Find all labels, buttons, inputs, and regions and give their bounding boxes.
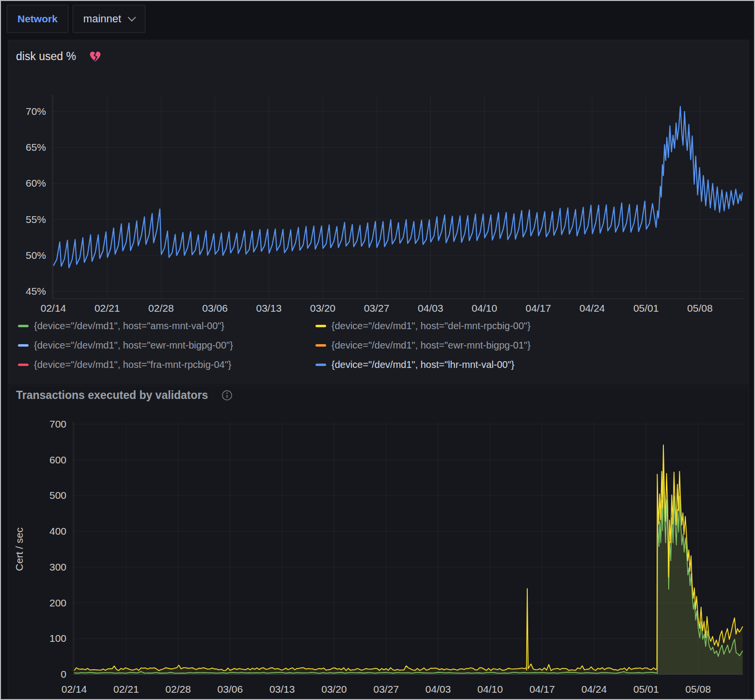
network-variable-dropdown[interactable]: mainnet bbox=[73, 5, 145, 33]
x-tick-label: 04/24 bbox=[582, 684, 607, 695]
panel-header: disk used % bbox=[16, 50, 102, 63]
legend-label: {device="/dev/md1", host="fra-mnt-rpcbig… bbox=[34, 359, 232, 370]
x-tick-label: 02/14 bbox=[62, 684, 87, 695]
y-tick-label: 400 bbox=[49, 525, 66, 537]
legend-row: {device="/dev/md1", host="fra-mnt-rpcbig… bbox=[18, 359, 531, 370]
disk-used-chart[interactable]: 45%50%55%60%65%70%02/1402/2102/2803/0603… bbox=[8, 84, 749, 320]
y-tick-label: 60% bbox=[26, 177, 46, 189]
network-variable-label-box: Network bbox=[7, 5, 68, 33]
legend-color-swatch-icon bbox=[18, 364, 29, 366]
legend-label: {device="/dev/md1", host="ewr-mnt-bigpg-… bbox=[34, 340, 233, 351]
grafana-dashboard: Network mainnet disk used % 45%50%55%60%… bbox=[0, 0, 755, 700]
legend-row: {device="/dev/md1", host="ams-mnt-val-00… bbox=[18, 320, 531, 332]
panel-title[interactable]: disk used % bbox=[16, 50, 76, 63]
series-lhr-mnt-val-00[interactable] bbox=[54, 107, 742, 268]
x-tick-label: 04/10 bbox=[472, 302, 497, 314]
transactions-panel: Transactions executed by validators Cert… bbox=[8, 385, 749, 700]
y-tick-label: 700 bbox=[49, 418, 66, 430]
x-tick-label: 04/10 bbox=[477, 684, 503, 695]
network-variable-label: Network bbox=[17, 13, 58, 25]
series-green-series[interactable] bbox=[74, 470, 743, 673]
x-tick-label: 05/08 bbox=[687, 302, 713, 314]
legend-item[interactable]: {device="/dev/md1", host="ewr-mnt-bigpg-… bbox=[315, 340, 531, 351]
x-tick-label: 05/01 bbox=[633, 684, 659, 695]
x-tick-label: 04/17 bbox=[529, 684, 555, 695]
x-tick-label: 04/03 bbox=[418, 302, 443, 314]
transactions-chart[interactable]: Cert / sec 010020030040050060070002/1402… bbox=[8, 410, 749, 700]
legend-row: {device="/dev/md1", host="ewr-mnt-bigpg-… bbox=[18, 340, 531, 351]
legend-label: {device="/dev/md1", host="ewr-mnt-bigpg-… bbox=[331, 340, 531, 351]
area-yellow-series bbox=[74, 445, 743, 674]
legend-color-swatch-icon bbox=[315, 344, 326, 347]
gridlines bbox=[52, 95, 744, 299]
legend-color-swatch-icon bbox=[315, 325, 326, 327]
x-tick-label: 04/17 bbox=[526, 302, 551, 314]
x-tick-label: 03/20 bbox=[310, 302, 336, 314]
legend-label: {device="/dev/md1", host="del-mnt-rpcbig… bbox=[331, 320, 531, 332]
area-green-series bbox=[74, 470, 743, 674]
panel-title[interactable]: Transactions executed by validators bbox=[16, 389, 208, 402]
y-tick-label: 65% bbox=[26, 142, 46, 153]
x-tick-label: 04/03 bbox=[425, 684, 451, 695]
legend-color-swatch-icon bbox=[18, 325, 29, 327]
x-tick-label: 03/13 bbox=[256, 302, 282, 314]
x-tick-label: 05/01 bbox=[633, 302, 659, 314]
x-tick-label: 04/24 bbox=[580, 302, 605, 314]
x-tick-label: 05/08 bbox=[685, 684, 711, 695]
x-tick-label: 03/06 bbox=[218, 684, 243, 695]
x-tick-label: 02/14 bbox=[41, 302, 66, 314]
legend-item[interactable]: {device="/dev/md1", host="ewr-mnt-bigpg-… bbox=[18, 340, 303, 351]
y-tick-label: 100 bbox=[49, 633, 66, 644]
legend-item[interactable]: {device="/dev/md1", host="ams-mnt-val-00… bbox=[18, 320, 303, 332]
chevron-down-icon bbox=[128, 13, 136, 21]
y-tick-label: 600 bbox=[49, 454, 66, 465]
y-tick-label: 55% bbox=[26, 214, 46, 225]
x-tick-label: 03/06 bbox=[202, 302, 228, 314]
x-tick-label: 03/27 bbox=[374, 684, 399, 695]
y-tick-label: 50% bbox=[26, 250, 46, 261]
disk-used-legend: {device="/dev/md1", host="ams-mnt-val-00… bbox=[18, 320, 531, 370]
legend-item[interactable]: {device="/dev/md1", host="lhr-mnt-val-00… bbox=[315, 359, 514, 370]
y-tick-label: 0 bbox=[61, 668, 66, 680]
x-tick-label: 03/20 bbox=[321, 684, 347, 695]
legend-label: {device="/dev/md1", host="ams-mnt-val-00… bbox=[34, 320, 224, 332]
y-tick-label: 500 bbox=[49, 490, 66, 501]
alert-broken-heart-icon bbox=[89, 50, 102, 63]
dashboard-variables-bar: Network mainnet bbox=[7, 5, 145, 33]
x-tick-label: 02/21 bbox=[94, 302, 120, 314]
panel-header: Transactions executed by validators bbox=[16, 389, 233, 402]
network-variable-value: mainnet bbox=[83, 13, 121, 25]
x-tick-label: 02/21 bbox=[113, 684, 139, 695]
gridlines bbox=[73, 422, 743, 675]
y-tick-label: 300 bbox=[49, 561, 66, 573]
y-axis-label: Cert / sec bbox=[14, 527, 25, 571]
legend-item[interactable]: {device="/dev/md1", host="del-mnt-rpcbig… bbox=[315, 320, 531, 332]
y-tick-label: 45% bbox=[26, 286, 46, 297]
legend-color-swatch-icon bbox=[18, 344, 29, 347]
x-tick-label: 03/13 bbox=[269, 684, 295, 695]
x-tick-label: 02/28 bbox=[165, 684, 191, 695]
series-yellow-series[interactable] bbox=[74, 445, 743, 671]
y-tick-label: 200 bbox=[49, 597, 66, 608]
legend-label: {device="/dev/md1", host="lhr-mnt-val-00… bbox=[331, 359, 514, 370]
y-tick-label: 70% bbox=[26, 106, 46, 117]
info-icon[interactable] bbox=[221, 390, 233, 401]
disk-used-panel: disk used % 45%50%55%60%65%70%02/1402/21… bbox=[8, 40, 749, 384]
x-tick-label: 02/28 bbox=[148, 302, 174, 314]
legend-item[interactable]: {device="/dev/md1", host="fra-mnt-rpcbig… bbox=[18, 359, 303, 370]
legend-color-swatch-icon bbox=[315, 364, 326, 366]
x-tick-label: 03/27 bbox=[364, 302, 390, 314]
